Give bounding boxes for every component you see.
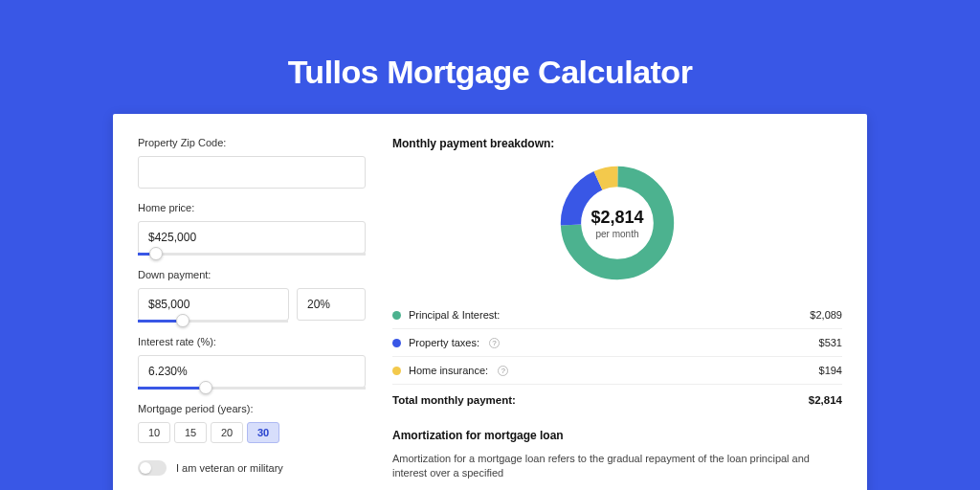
info-icon[interactable]: ? (498, 366, 508, 376)
period-label: Mortgage period (years): (138, 403, 366, 414)
veteran-toggle[interactable] (138, 460, 167, 476)
form-panel: Property Zip Code: Home price: Down paym… (138, 137, 366, 474)
zip-field: Property Zip Code: (138, 137, 366, 189)
price-slider[interactable] (138, 253, 366, 256)
rate-field: Interest rate (%): (138, 336, 366, 390)
period-field: Mortgage period (years): 10152030 (138, 403, 366, 443)
legend-dot (392, 367, 401, 375)
price-field: Home price: (138, 202, 366, 256)
info-icon[interactable]: ? (489, 338, 500, 348)
rate-slider-thumb[interactable] (199, 381, 212, 394)
period-btn-30[interactable]: 30 (247, 422, 279, 443)
breakdown-panel: Monthly payment breakdown: $2,814 per mo… (392, 137, 842, 474)
legend-value: $2,089 (810, 309, 842, 321)
rate-slider-fill (138, 387, 206, 390)
total-label: Total monthly payment: (392, 394, 516, 406)
donut-center: $2,814 per month (556, 162, 679, 284)
price-slider-thumb[interactable] (149, 247, 163, 260)
legend-label: Principal & Interest: (409, 309, 500, 321)
price-input[interactable] (138, 221, 366, 254)
down-slider-thumb[interactable] (176, 314, 189, 327)
down-field: Down payment: (138, 269, 366, 323)
breakdown-title: Monthly payment breakdown: (392, 137, 842, 150)
donut-sub: per month (595, 229, 638, 239)
legend-value: $194 (819, 365, 842, 376)
donut-wrap: $2,814 per month (392, 162, 842, 284)
legend-label: Property taxes: (409, 337, 479, 348)
calculator-card: Property Zip Code: Home price: Down paym… (113, 114, 867, 490)
page-title: Tullos Mortgage Calculator (0, 0, 980, 114)
down-percent-input[interactable] (297, 288, 366, 321)
down-label: Down payment: (138, 269, 366, 280)
veteran-row: I am veteran or military (138, 460, 366, 476)
legend-row: Home insurance:?$194 (392, 357, 842, 384)
total-row: Total monthly payment: $2,814 (392, 384, 842, 419)
rate-label: Interest rate (%): (138, 336, 366, 347)
down-slider[interactable] (138, 320, 288, 323)
period-btn-15[interactable]: 15 (174, 422, 207, 443)
total-value: $2,814 (809, 394, 842, 406)
period-btn-20[interactable]: 20 (211, 422, 243, 443)
amortization-title: Amortization for mortgage loan (392, 429, 842, 442)
donut-amount: $2,814 (590, 208, 643, 228)
legend-dot (392, 311, 401, 320)
period-btn-10[interactable]: 10 (138, 422, 170, 443)
rate-input[interactable] (138, 355, 366, 388)
veteran-label: I am veteran or military (176, 462, 283, 474)
zip-input[interactable] (138, 156, 366, 189)
period-options: 10152030 (138, 422, 366, 443)
price-label: Home price: (138, 202, 366, 213)
rate-slider[interactable] (138, 387, 366, 390)
zip-label: Property Zip Code: (138, 137, 366, 148)
legend-label: Home insurance: (409, 365, 488, 376)
legend-value: $531 (819, 337, 842, 348)
amortization-body: Amortization for a mortgage loan refers … (392, 452, 842, 481)
legend-dot (392, 339, 401, 347)
legend-row: Property taxes:?$531 (392, 329, 842, 357)
legend-row: Principal & Interest:$2,089 (392, 301, 842, 329)
down-amount-input[interactable] (138, 288, 289, 321)
donut-chart: $2,814 per month (556, 162, 679, 284)
legend: Principal & Interest:$2,089Property taxe… (392, 301, 842, 384)
